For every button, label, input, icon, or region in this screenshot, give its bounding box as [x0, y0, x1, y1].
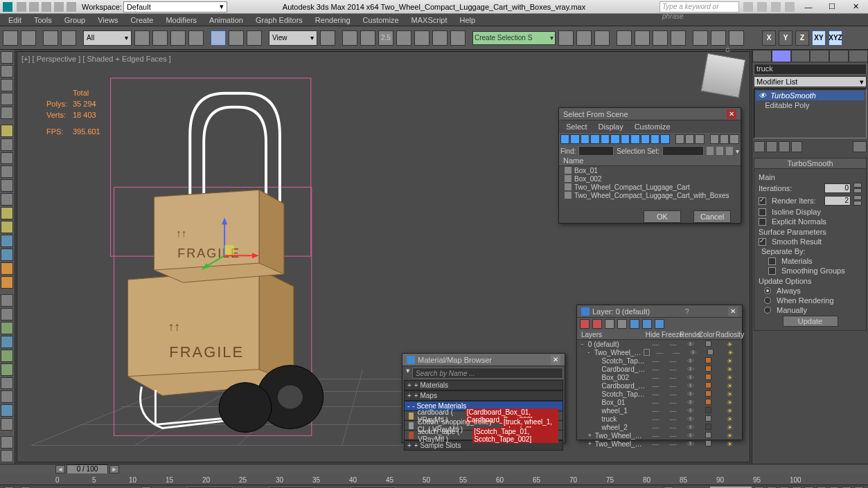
toolbar-icon[interactable]: [1, 138, 13, 151]
layer-row[interactable]: +Two_Wheel_C...t_w——👁☀: [577, 440, 742, 448]
sfs-column-header[interactable]: Name: [559, 156, 741, 166]
toolbar-icon[interactable]: [1, 179, 13, 192]
layer-row[interactable]: Box_01——👁☀: [577, 398, 742, 406]
toolbar-icon[interactable]: [1, 418, 13, 431]
ok-button[interactable]: OK: [644, 210, 681, 223]
layer-row[interactable]: Box_002——👁☀: [577, 373, 742, 381]
filter-icon[interactable]: [720, 134, 729, 144]
menu-item[interactable]: Edit: [3, 16, 27, 24]
menu-item[interactable]: Tools: [28, 16, 57, 24]
select-manipulate-button[interactable]: [342, 30, 357, 46]
maximize-button[interactable]: ☐: [822, 1, 842, 13]
dialog-titlebar[interactable]: Select From Scene ✕: [559, 108, 741, 120]
axis-xyz-button[interactable]: XYZ: [829, 30, 842, 46]
edit-named-sel-button[interactable]: [450, 30, 466, 46]
sfs-list[interactable]: Box_01Box_002Two_Wheel_Compact_Luggage_C…: [559, 166, 741, 208]
layer-row[interactable]: Cardboard_Box_002——👁☀: [577, 365, 742, 373]
qat-btn[interactable]: [67, 2, 76, 12]
menu-item[interactable]: MAXScript: [406, 16, 453, 24]
sfs-list-item[interactable]: Two_Wheel_Compact_Luggage_Cart_with_Boxe…: [559, 191, 741, 199]
toolbar-icon[interactable]: [1, 262, 13, 275]
filter-icon[interactable]: [707, 147, 714, 155]
layer-row[interactable]: +Two_Wheel_C...ugg——👁☀: [577, 431, 742, 440]
sfs-selectionset-field[interactable]: [662, 146, 704, 156]
layer-row[interactable]: -Two_Wheel_C...t_with——👁☀: [577, 348, 742, 356]
toolbar-icon[interactable]: [1, 152, 13, 165]
toolbar-icon[interactable]: [1, 404, 13, 417]
filter-icon[interactable]: [685, 134, 694, 144]
filter-lights-icon[interactable]: [581, 134, 590, 144]
layer-select-icon[interactable]: [617, 319, 627, 329]
layer-list[interactable]: -0 (default)——👁☀-Two_Wheel_C...t_with——👁…: [577, 340, 742, 448]
sfs-tab[interactable]: Customize: [635, 123, 671, 131]
material-map-browser-dialog[interactable]: Material/Map Browser ✕ ▾ Search by Name …: [402, 353, 565, 443]
close-icon[interactable]: ✕: [551, 355, 560, 365]
layer-hide-icon[interactable]: [642, 319, 652, 329]
mirror-button[interactable]: [558, 30, 574, 46]
redo-button[interactable]: [21, 30, 36, 46]
filter-spacewarps-icon[interactable]: [610, 134, 619, 144]
hierarchy-panel-tab[interactable]: [791, 50, 811, 62]
toolbar-icon[interactable]: [1, 322, 13, 334]
angle-snap-button[interactable]: [396, 30, 411, 46]
toolbar-icon[interactable]: [1, 193, 13, 206]
filter-geometry-icon[interactable]: [560, 134, 569, 144]
layer-row[interactable]: Scotch_Tape_002——👁☀: [577, 356, 742, 365]
layer-highlight-icon[interactable]: [630, 319, 639, 329]
mmb-material-item[interactable]: scotch_tape ( VRayMtl ) [Scotch_Tape_01,…: [404, 431, 563, 440]
toolbar-icon[interactable]: [1, 93, 13, 105]
menu-item[interactable]: Views: [92, 16, 123, 24]
sfs-tab[interactable]: Display: [599, 123, 623, 131]
utilities-panel-tab[interactable]: [849, 50, 868, 62]
qat-btn[interactable]: [42, 2, 51, 12]
display-panel-tab[interactable]: [829, 50, 849, 62]
layer-row[interactable]: wheel_2——👁☀: [577, 423, 742, 431]
qat-btn[interactable]: [17, 2, 26, 12]
menu-item[interactable]: Group: [59, 16, 91, 24]
layer-manager-button[interactable]: [594, 30, 610, 46]
toolbar-icon[interactable]: [1, 294, 13, 307]
sfs-find-field[interactable]: [578, 146, 614, 156]
spinner-snap-button[interactable]: [432, 30, 448, 46]
modify-panel-tab[interactable]: [772, 50, 791, 62]
axis-x-button[interactable]: X: [762, 30, 776, 46]
command-panel-icon[interactable]: [1, 51, 13, 64]
sfs-list-item[interactable]: Two_Wheel_Compact_Luggage_Cart: [559, 183, 741, 191]
toolbar-icon[interactable]: [1, 336, 13, 348]
filter-cameras-icon[interactable]: [590, 134, 599, 144]
select-object-button[interactable]: [134, 30, 150, 46]
percent-snap-button[interactable]: [414, 30, 429, 46]
filter-icon[interactable]: [675, 134, 684, 144]
spinner-arrows[interactable]: [853, 183, 862, 194]
toolbar-icon[interactable]: [1, 276, 13, 289]
menu-item[interactable]: Create: [125, 16, 159, 24]
chevron-down-icon[interactable]: ▾: [404, 366, 412, 380]
sep-smg-check[interactable]: [768, 267, 776, 275]
schematic-view-button[interactable]: [653, 30, 668, 46]
graphite-toggle-button[interactable]: [617, 30, 632, 46]
menu-item[interactable]: Rendering: [310, 16, 356, 24]
close-button[interactable]: ✕: [846, 1, 865, 13]
update-button[interactable]: Update: [783, 316, 838, 327]
layer-new-icon[interactable]: [580, 319, 590, 329]
toolbar-icon[interactable]: [1, 436, 13, 449]
toolbar-icon[interactable]: [1, 165, 13, 178]
ref-coord-dropdown[interactable]: View▾: [269, 30, 317, 46]
next-frame-icon[interactable]: ►: [109, 465, 119, 473]
search-icon[interactable]: [743, 2, 753, 12]
update-manually-radio[interactable]: [764, 307, 771, 314]
stack-remove-icon[interactable]: [791, 141, 802, 152]
toolbar-icon[interactable]: [1, 221, 13, 233]
object-name-field[interactable]: truck: [754, 64, 867, 75]
toolbar-icon[interactable]: [1, 235, 13, 247]
chevron-down-icon[interactable]: ▾: [736, 147, 739, 155]
toolbar-icon[interactable]: [1, 390, 13, 403]
rollout-header[interactable]: TurboSmooth: [754, 159, 866, 169]
mmb-group-header[interactable]: ++ Materials: [404, 380, 563, 390]
smooth-result-check[interactable]: [759, 238, 766, 246]
qat-btn[interactable]: [29, 2, 39, 12]
signin-icon[interactable]: [757, 2, 767, 12]
toolbar-icon[interactable]: [1, 207, 13, 219]
update-rendering-radio[interactable]: [764, 297, 771, 304]
toolbar-icon[interactable]: [1, 363, 13, 376]
